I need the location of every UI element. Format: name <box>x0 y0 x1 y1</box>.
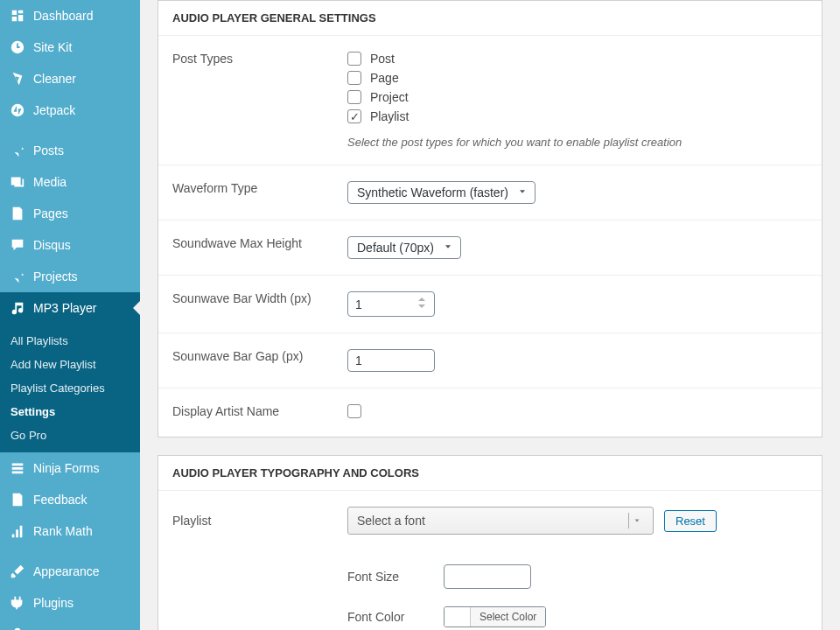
checkbox-label: Post <box>370 52 395 66</box>
input-value: 1 <box>355 298 362 312</box>
submenu-item-all-playlists[interactable]: All Playlists <box>0 329 140 353</box>
sidebar-item-label: Disqus <box>33 238 71 252</box>
plugin-icon <box>9 594 26 612</box>
sidebar-item-label: MP3 Player <box>33 301 96 315</box>
svg-point-0 <box>11 104 24 116</box>
sidebar-item-label: Dashboard <box>33 9 94 23</box>
sidebar-item-projects[interactable]: Projects <box>0 261 140 292</box>
chevron-down-icon <box>628 513 644 528</box>
rankmath-icon <box>9 522 26 540</box>
label-font-color: Font Color <box>347 610 444 624</box>
checkbox-label: Project <box>370 90 409 104</box>
sidebar-item-appearance[interactable]: Appearance <box>0 556 140 587</box>
input-font-size[interactable] <box>444 564 531 589</box>
label-font-size: Font Size <box>347 570 444 584</box>
pages-icon <box>9 205 26 222</box>
select-value: Synthetic Waveform (faster) <box>357 186 508 200</box>
chevron-down-icon <box>443 241 453 255</box>
sidebar-item-label: Rank Math <box>33 524 93 538</box>
label-waveform-type: Waveform Type <box>172 181 347 204</box>
input-bar-gap[interactable]: 1 <box>347 349 435 372</box>
sidebar-item-dashboard[interactable]: Dashboard <box>0 0 140 32</box>
sitekit-icon <box>9 38 26 56</box>
chevron-down-icon <box>517 186 528 200</box>
label-playlist: Playlist <box>172 514 347 528</box>
sidebar-item-feedback[interactable]: Feedback <box>0 484 140 515</box>
jetpack-icon <box>9 102 26 119</box>
row-bar-gap: Sounwave Bar Gap (px) 1 <box>158 333 822 388</box>
submenu-item-settings[interactable]: Settings <box>0 400 140 424</box>
admin-sidebar: Dashboard Site Kit Cleaner Jetpack Posts… <box>0 0 140 630</box>
sidebar-item-plugins[interactable]: Plugins <box>0 587 140 619</box>
pages-icon <box>9 491 26 508</box>
label-bar-gap: Sounwave Bar Gap (px) <box>172 349 347 372</box>
comment-icon <box>9 236 26 254</box>
cleaner-icon <box>9 70 26 88</box>
row-bar-width: Sounwave Bar Width (px) 1 <box>158 276 822 333</box>
sidebar-item-pages[interactable]: Pages <box>0 198 140 229</box>
sidebar-item-label: Pages <box>33 206 68 220</box>
label-soundwave-max-height: Soundwave Max Height <box>172 236 347 259</box>
label-bar-width: Sounwave Bar Width (px) <box>172 291 347 317</box>
sidebar-item-rankmath[interactable]: Rank Math <box>0 515 140 547</box>
select-color-button[interactable]: Select Color <box>471 607 545 626</box>
checkbox-page[interactable] <box>347 71 361 85</box>
sidebar-item-label: Projects <box>33 270 78 284</box>
music-icon <box>9 299 26 317</box>
sidebar-item-label: Appearance <box>33 564 100 578</box>
number-spinner-icon[interactable] <box>416 296 427 312</box>
row-waveform-type: Waveform Type Synthetic Waveform (faster… <box>158 165 822 220</box>
sidebar-item-users[interactable]: Users <box>0 619 140 630</box>
input-bar-width[interactable]: 1 <box>347 291 435 317</box>
sidebar-item-label: Site Kit <box>33 40 72 54</box>
color-picker[interactable]: Select Color <box>444 606 546 627</box>
sidebar-item-label: Jetpack <box>33 103 75 117</box>
brush-icon <box>9 563 26 580</box>
sidebar-item-sitekit[interactable]: Site Kit <box>0 32 140 63</box>
reset-button[interactable]: Reset <box>664 510 717 532</box>
select-placeholder: Select a font <box>357 514 425 528</box>
select-playlist-font[interactable]: Select a font <box>347 507 654 535</box>
checkbox-display-artist[interactable] <box>347 404 361 418</box>
sidebar-item-disqus[interactable]: Disqus <box>0 229 140 261</box>
dashboard-icon <box>9 7 26 24</box>
checkbox-label: Page <box>370 71 399 85</box>
label-display-artist: Display Artist Name <box>172 404 347 421</box>
sidebar-item-label: Feedback <box>33 493 87 507</box>
select-waveform-type[interactable]: Synthetic Waveform (faster) <box>347 181 536 204</box>
color-swatch <box>444 607 471 626</box>
pin-icon <box>9 268 26 285</box>
sidebar-item-cleaner[interactable]: Cleaner <box>0 63 140 94</box>
submenu: All Playlists Add New Playlist Playlist … <box>0 324 140 452</box>
sidebar-item-media[interactable]: Media <box>0 166 140 198</box>
sidebar-item-mp3player[interactable]: MP3 Player <box>0 292 140 324</box>
sidebar-item-label: Cleaner <box>33 72 76 86</box>
submenu-item-playlist-categories[interactable]: Playlist Categories <box>0 376 140 400</box>
main-content: AUDIO PLAYER GENERAL SETTINGS Post Types… <box>140 0 840 630</box>
row-soundwave-max-height: Soundwave Max Height Default (70px) <box>158 220 822 276</box>
row-playlist-font: Playlist Select a font Reset Font Size <box>158 491 822 630</box>
panel-title: AUDIO PLAYER GENERAL SETTINGS <box>158 1 822 36</box>
submenu-item-go-pro[interactable]: Go Pro <box>0 424 140 447</box>
select-soundwave-max-height[interactable]: Default (70px) <box>347 236 461 259</box>
user-icon <box>9 626 26 630</box>
checkbox-project[interactable] <box>347 90 361 104</box>
panel-typography-colors: AUDIO PLAYER TYPOGRAPHY AND COLORS Playl… <box>158 455 822 630</box>
forms-icon <box>9 459 26 477</box>
sidebar-item-posts[interactable]: Posts <box>0 135 140 166</box>
sidebar-item-ninjaforms[interactable]: Ninja Forms <box>0 452 140 484</box>
sidebar-item-jetpack[interactable]: Jetpack <box>0 94 140 126</box>
post-types-description: Select the post types for which you want… <box>347 136 808 149</box>
pin-icon <box>9 142 26 159</box>
sidebar-item-label: Plugins <box>33 596 74 610</box>
label-post-types: Post Types <box>172 52 347 149</box>
checkbox-post[interactable] <box>347 52 361 66</box>
submenu-item-add-new-playlist[interactable]: Add New Playlist <box>0 353 140 376</box>
select-value: Default (70px) <box>357 241 434 255</box>
checkbox-playlist[interactable] <box>347 109 361 123</box>
sidebar-item-label: Ninja Forms <box>33 461 99 475</box>
sidebar-item-label: Media <box>33 175 66 189</box>
media-icon <box>9 173 26 191</box>
sidebar-item-label: Posts <box>33 144 64 158</box>
panel-general-settings: AUDIO PLAYER GENERAL SETTINGS Post Types… <box>158 0 822 438</box>
